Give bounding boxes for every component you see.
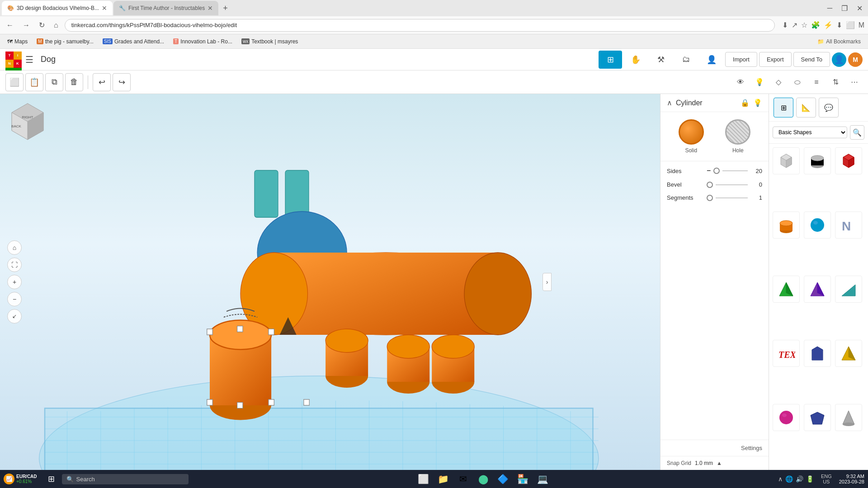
caret-up-icon[interactable]: ∧ [778, 475, 783, 483]
view-build-button[interactable]: ⚒ [649, 51, 673, 69]
profile-icon[interactable]: ⬜ [846, 21, 855, 29]
bevel-slider[interactable] [707, 182, 748, 188]
light-button[interactable]: 💡 [751, 74, 768, 90]
tab-inactive[interactable]: 🔧 First Time Author - Instructables ✕ [113, 1, 218, 15]
bookmark-innovation[interactable]: T Innovation Lab - Ro... [170, 38, 236, 46]
mirror-button[interactable]: ⇅ [827, 74, 844, 90]
shape-item-box-gray-1[interactable] [773, 147, 800, 174]
segments-slider-handle[interactable] [707, 195, 713, 201]
tab-close-button-2[interactable]: ✕ [208, 5, 213, 12]
taskbar-task-view[interactable]: ⬜ [415, 471, 433, 487]
oval-button[interactable]: ⬭ [789, 74, 806, 90]
new-design-button[interactable]: ⬜ [5, 73, 24, 91]
dots-button[interactable]: ⋯ [846, 74, 863, 90]
url-bar[interactable]: tinkercad.com/things/kPssPtM7dBl-bodacio… [65, 19, 775, 32]
share-icon[interactable]: ↗ [792, 21, 797, 29]
solid-option[interactable]: Solid [679, 119, 704, 154]
all-bookmarks[interactable]: 📁 All Bookmarks [814, 38, 864, 46]
shape-item-cylinder-orange[interactable] [773, 211, 800, 239]
undo-button[interactable]: ↩ [93, 73, 111, 91]
lock-icon[interactable]: 🔒 [741, 99, 750, 107]
back-button[interactable]: ← [4, 19, 16, 31]
taskbar-files[interactable]: 📁 [434, 471, 453, 487]
snap-arrow-icon[interactable]: ▲ [717, 460, 722, 466]
view-hand-button[interactable]: ✋ [624, 51, 647, 69]
collapse-button[interactable]: ∧ [667, 99, 672, 107]
shape-item-wedge-teal[interactable] [835, 276, 862, 303]
bevel-slider-handle[interactable] [707, 182, 713, 188]
bookmark-textbook[interactable]: wx Textbook | msayres [238, 38, 302, 46]
speaker-icon[interactable]: 🔊 [796, 475, 803, 483]
shape-item-sphere-pink[interactable] [773, 404, 800, 431]
extension-icon[interactable]: 🧩 [811, 21, 820, 29]
delete-button[interactable]: 🗑 [65, 73, 83, 91]
tab-close-button[interactable]: ✕ [102, 5, 107, 12]
restore-button[interactable]: ❐ [838, 2, 851, 14]
close-button[interactable]: ✕ [853, 2, 866, 14]
shapes-tab-grid[interactable]: ⊞ [774, 98, 793, 117]
home-nav-button[interactable]: ⌂ [51, 19, 61, 31]
shapes-category-select[interactable]: Basic Shapes Letters Connectors [773, 127, 847, 138]
viewport-3d[interactable]: RIGHT BACK ⌂ ⛶ + − ↙ [0, 94, 660, 470]
view-grid-button[interactable]: ⊞ [599, 51, 622, 69]
battery-icon[interactable]: 🔋 [806, 475, 814, 483]
shape-item-pyramid-yellow[interactable] [835, 340, 862, 367]
shape-item-prism-navy[interactable] [804, 340, 831, 367]
sides-slider-track[interactable] [722, 170, 748, 171]
start-button[interactable]: ⊞ [44, 472, 58, 486]
shape-item-cylinder-gray[interactable] [804, 147, 831, 174]
bookmark-maps[interactable]: 🗺 Maps [4, 38, 31, 46]
taskbar-mail[interactable]: ✉ [454, 471, 472, 487]
shapes-tab-ruler[interactable]: 📐 [796, 98, 816, 117]
new-tab-button[interactable]: + [219, 2, 231, 15]
hole-option[interactable]: Hole [725, 119, 750, 154]
panel-collapse-button[interactable]: › [542, 273, 552, 291]
shape-item-cube-red[interactable] [835, 147, 862, 174]
design-name[interactable]: Dog [41, 55, 56, 64]
send-to-button[interactable]: Send To [793, 52, 830, 67]
shape-item-pyramid-green[interactable] [773, 276, 800, 303]
refresh-button[interactable]: ↻ [36, 19, 47, 31]
extension-2-icon[interactable]: ⚡ [824, 21, 833, 29]
taskbar-edge[interactable]: 🔷 [494, 471, 512, 487]
bevel-slider-track[interactable] [716, 184, 748, 185]
shape-item-pyramid-purple[interactable] [804, 276, 831, 303]
user-avatar[interactable]: M [848, 52, 863, 67]
tab-active[interactable]: 🎨 3D design Bodacious Vihelmo-B... ✕ [2, 1, 113, 15]
download-2-icon[interactable]: ⬇ [836, 21, 842, 29]
shape-item-shape-navy[interactable] [804, 404, 831, 431]
taskbar-search[interactable]: 🔍 Search [62, 474, 189, 484]
search-button[interactable]: 🔍 [850, 125, 864, 140]
taskbar-chrome[interactable]: ⬤ [474, 471, 492, 487]
shape-item-text-red[interactable]: TEXT [773, 340, 800, 367]
stock-ticker[interactable]: 📈 EUR/CAD +0.61% [4, 474, 37, 484]
shapes-tab-chat[interactable]: 💬 [819, 98, 839, 117]
network-icon[interactable]: 🌐 [785, 475, 793, 483]
bookmark-pig[interactable]: M the pig - samuelby... [33, 38, 97, 46]
shape-outline-button[interactable]: ◇ [770, 74, 787, 90]
menu-icon[interactable]: ☰ [25, 54, 33, 65]
profile-avatar[interactable]: 👤 [832, 52, 846, 67]
download-icon[interactable]: ⬇ [782, 21, 788, 29]
tinkercad-logo[interactable]: T I N K E R C A [5, 52, 22, 68]
light-bulb-icon[interactable]: 💡 [753, 99, 762, 107]
copy-paste-button[interactable]: 📋 [25, 73, 43, 91]
avatar-icon[interactable]: M [859, 21, 864, 29]
import-button[interactable]: Import [725, 52, 757, 67]
segments-slider[interactable] [707, 195, 748, 201]
shape-item-n-shape[interactable]: N [835, 211, 862, 239]
minimize-button[interactable]: ─ [824, 2, 836, 14]
shape-item-sphere-blue[interactable] [804, 211, 831, 239]
taskbar-dell[interactable]: 💻 [534, 471, 552, 487]
sides-slider[interactable]: − [707, 167, 748, 175]
view-person-button[interactable]: 👤 [700, 51, 723, 69]
segments-slider-track[interactable] [716, 197, 748, 198]
star-icon[interactable]: ☆ [801, 21, 807, 29]
export-button[interactable]: Export [759, 52, 792, 67]
clock-display[interactable]: 9:32 AM 2023-09-28 [839, 474, 864, 484]
shape-item-cone-gray[interactable] [835, 404, 862, 431]
align-button[interactable]: ≡ [808, 74, 825, 90]
bookmark-grades[interactable]: SIS Grades and Attend... [99, 38, 168, 46]
view-briefcase-button[interactable]: 🗂 [675, 51, 698, 69]
sides-slider-handle[interactable] [713, 168, 720, 174]
